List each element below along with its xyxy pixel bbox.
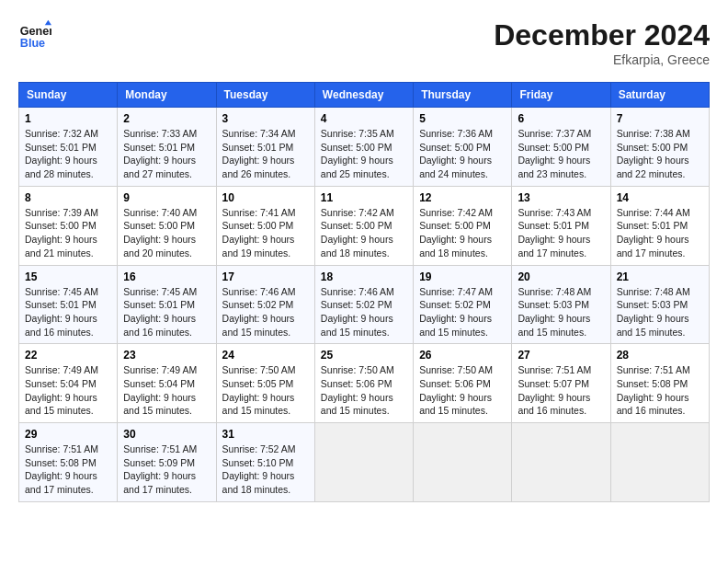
day-info: Sunrise: 7:35 AMSunset: 5:00 PMDaylight:… [321, 127, 407, 181]
calendar-cell: 10Sunrise: 7:41 AMSunset: 5:00 PMDayligh… [216, 186, 314, 265]
location: Efkarpia, Greece [494, 52, 710, 67]
day-number: 12 [419, 191, 506, 204]
calendar-cell: 29Sunrise: 7:51 AMSunset: 5:08 PMDayligh… [19, 423, 118, 502]
day-info: Sunrise: 7:38 AMSunset: 5:00 PMDaylight:… [617, 127, 703, 181]
calendar-cell: 5Sunrise: 7:36 AMSunset: 5:00 PMDaylight… [414, 108, 512, 187]
logo: General Blue [18, 18, 51, 52]
calendar-cell: 26Sunrise: 7:50 AMSunset: 5:06 PMDayligh… [414, 344, 512, 423]
calendar-cell: 25Sunrise: 7:50 AMSunset: 5:06 PMDayligh… [314, 344, 413, 423]
day-info: Sunrise: 7:44 AMSunset: 5:01 PMDaylight:… [617, 206, 703, 260]
weekday-header-sunday: Sunday [19, 83, 118, 108]
calendar-week-row: 1Sunrise: 7:32 AMSunset: 5:01 PMDaylight… [19, 108, 710, 187]
calendar-cell: 30Sunrise: 7:51 AMSunset: 5:09 PMDayligh… [118, 423, 216, 502]
day-info: Sunrise: 7:48 AMSunset: 5:03 PMDaylight:… [518, 285, 604, 339]
day-info: Sunrise: 7:45 AMSunset: 5:01 PMDaylight:… [123, 285, 210, 339]
calendar-cell: 22Sunrise: 7:49 AMSunset: 5:04 PMDayligh… [19, 344, 118, 423]
day-number: 20 [518, 270, 604, 283]
day-number: 18 [321, 270, 407, 283]
title-block: December 2024 Efkarpia, Greece [494, 18, 710, 67]
calendar-cell [314, 423, 413, 502]
weekday-header-thursday: Thursday [414, 83, 512, 108]
calendar-cell: 17Sunrise: 7:46 AMSunset: 5:02 PMDayligh… [216, 265, 314, 344]
day-info: Sunrise: 7:51 AMSunset: 5:08 PMDaylight:… [617, 363, 703, 418]
day-info: Sunrise: 7:36 AMSunset: 5:00 PMDaylight:… [419, 127, 506, 181]
day-info: Sunrise: 7:33 AMSunset: 5:01 PMDaylight:… [123, 127, 210, 181]
day-number: 8 [25, 191, 111, 204]
calendar-cell: 18Sunrise: 7:46 AMSunset: 5:02 PMDayligh… [314, 265, 413, 344]
day-number: 5 [419, 112, 506, 125]
calendar-cell: 13Sunrise: 7:43 AMSunset: 5:01 PMDayligh… [512, 186, 610, 265]
calendar-cell: 15Sunrise: 7:45 AMSunset: 5:01 PMDayligh… [19, 265, 118, 344]
day-number: 7 [617, 112, 703, 125]
day-number: 13 [518, 191, 604, 204]
day-info: Sunrise: 7:39 AMSunset: 5:00 PMDaylight:… [25, 206, 111, 260]
day-number: 6 [518, 112, 604, 125]
calendar-cell: 4Sunrise: 7:35 AMSunset: 5:00 PMDaylight… [314, 108, 413, 187]
page-header: General Blue December 2024 Efkarpia, Gre… [18, 18, 710, 67]
svg-text:Blue: Blue [20, 37, 45, 50]
day-number: 23 [123, 349, 210, 362]
calendar-cell [414, 423, 512, 502]
calendar-cell: 2Sunrise: 7:33 AMSunset: 5:01 PMDaylight… [118, 108, 216, 187]
svg-marker-2 [45, 20, 51, 25]
calendar-week-row: 29Sunrise: 7:51 AMSunset: 5:08 PMDayligh… [19, 423, 710, 502]
day-info: Sunrise: 7:50 AMSunset: 5:06 PMDaylight:… [419, 363, 506, 418]
day-info: Sunrise: 7:34 AMSunset: 5:01 PMDaylight:… [222, 127, 309, 181]
day-number: 30 [123, 428, 210, 441]
calendar-cell: 27Sunrise: 7:51 AMSunset: 5:07 PMDayligh… [512, 344, 610, 423]
calendar-cell: 1Sunrise: 7:32 AMSunset: 5:01 PMDaylight… [19, 108, 118, 187]
day-number: 3 [222, 112, 309, 125]
day-number: 29 [25, 428, 111, 441]
weekday-header-saturday: Saturday [610, 83, 709, 108]
day-info: Sunrise: 7:42 AMSunset: 5:00 PMDaylight:… [321, 206, 407, 260]
day-info: Sunrise: 7:42 AMSunset: 5:00 PMDaylight:… [419, 206, 506, 260]
calendar-cell [610, 423, 709, 502]
month-title: December 2024 [494, 18, 710, 52]
calendar-week-row: 8Sunrise: 7:39 AMSunset: 5:00 PMDaylight… [19, 186, 710, 265]
day-info: Sunrise: 7:50 AMSunset: 5:06 PMDaylight:… [321, 363, 407, 418]
day-number: 31 [222, 428, 309, 441]
day-number: 22 [25, 349, 111, 362]
calendar-cell: 16Sunrise: 7:45 AMSunset: 5:01 PMDayligh… [118, 265, 216, 344]
day-number: 19 [419, 270, 506, 283]
day-info: Sunrise: 7:41 AMSunset: 5:00 PMDaylight:… [222, 206, 309, 260]
day-number: 14 [617, 191, 703, 204]
day-info: Sunrise: 7:51 AMSunset: 5:08 PMDaylight:… [25, 442, 111, 497]
calendar-cell: 21Sunrise: 7:48 AMSunset: 5:03 PMDayligh… [610, 265, 709, 344]
logo-icon: General Blue [18, 18, 51, 52]
calendar-cell: 24Sunrise: 7:50 AMSunset: 5:05 PMDayligh… [216, 344, 314, 423]
day-info: Sunrise: 7:47 AMSunset: 5:02 PMDaylight:… [419, 285, 506, 339]
calendar-cell: 3Sunrise: 7:34 AMSunset: 5:01 PMDaylight… [216, 108, 314, 187]
day-info: Sunrise: 7:37 AMSunset: 5:00 PMDaylight:… [518, 127, 604, 181]
day-number: 16 [123, 270, 210, 283]
day-number: 21 [617, 270, 703, 283]
calendar-cell: 11Sunrise: 7:42 AMSunset: 5:00 PMDayligh… [314, 186, 413, 265]
weekday-header-tuesday: Tuesday [216, 83, 314, 108]
day-number: 1 [25, 112, 111, 125]
day-info: Sunrise: 7:32 AMSunset: 5:01 PMDaylight:… [25, 127, 111, 181]
weekday-header-row: SundayMondayTuesdayWednesdayThursdayFrid… [19, 83, 710, 108]
day-info: Sunrise: 7:40 AMSunset: 5:00 PMDaylight:… [123, 206, 210, 260]
calendar-cell: 19Sunrise: 7:47 AMSunset: 5:02 PMDayligh… [414, 265, 512, 344]
calendar-cell [512, 423, 610, 502]
day-number: 9 [123, 191, 210, 204]
calendar-cell: 12Sunrise: 7:42 AMSunset: 5:00 PMDayligh… [414, 186, 512, 265]
day-info: Sunrise: 7:46 AMSunset: 5:02 PMDaylight:… [222, 285, 309, 339]
day-info: Sunrise: 7:46 AMSunset: 5:02 PMDaylight:… [321, 285, 407, 339]
day-info: Sunrise: 7:45 AMSunset: 5:01 PMDaylight:… [25, 285, 111, 339]
day-number: 11 [321, 191, 407, 204]
day-number: 15 [25, 270, 111, 283]
calendar-cell: 9Sunrise: 7:40 AMSunset: 5:00 PMDaylight… [118, 186, 216, 265]
calendar-cell: 28Sunrise: 7:51 AMSunset: 5:08 PMDayligh… [610, 344, 709, 423]
calendar-cell: 31Sunrise: 7:52 AMSunset: 5:10 PMDayligh… [216, 423, 314, 502]
calendar-table: SundayMondayTuesdayWednesdayThursdayFrid… [18, 82, 710, 502]
day-info: Sunrise: 7:52 AMSunset: 5:10 PMDaylight:… [222, 442, 309, 497]
day-number: 26 [419, 349, 506, 362]
day-number: 17 [222, 270, 309, 283]
day-info: Sunrise: 7:51 AMSunset: 5:09 PMDaylight:… [123, 442, 210, 497]
day-number: 10 [222, 191, 309, 204]
calendar-cell: 23Sunrise: 7:49 AMSunset: 5:04 PMDayligh… [118, 344, 216, 423]
weekday-header-monday: Monday [118, 83, 216, 108]
calendar-cell: 8Sunrise: 7:39 AMSunset: 5:00 PMDaylight… [19, 186, 118, 265]
calendar-week-row: 15Sunrise: 7:45 AMSunset: 5:01 PMDayligh… [19, 265, 710, 344]
